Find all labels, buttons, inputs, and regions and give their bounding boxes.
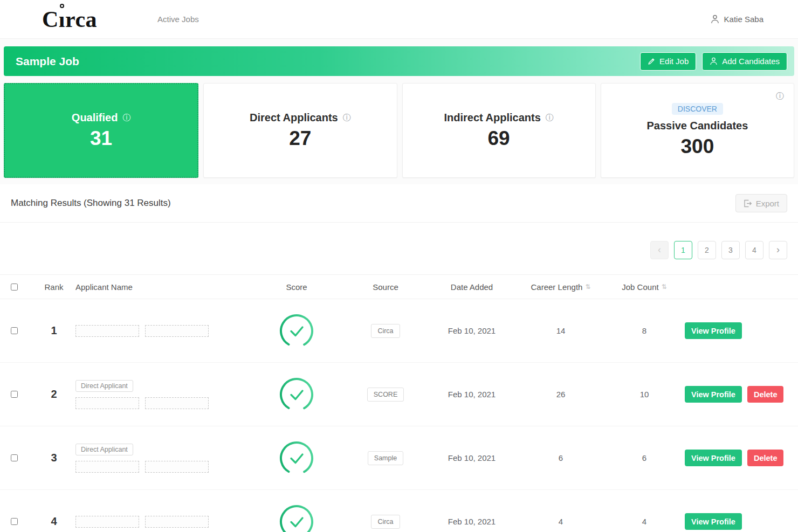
redacted-last-name-box	[145, 325, 209, 337]
redacted-first-name-box	[75, 397, 139, 409]
sort-icon[interactable]: ⇅	[662, 283, 667, 291]
date-added-value: Feb 10, 2021	[426, 326, 518, 335]
top-bar: Cırca Active Jobs Katie Saba	[0, 0, 798, 39]
pagination-page-3[interactable]: 3	[721, 241, 740, 259]
pagination-pages: 1234	[674, 241, 763, 259]
pagination-next-button[interactable]: ›	[769, 241, 787, 259]
redacted-name	[75, 461, 209, 473]
career-length-value: 4	[518, 517, 604, 526]
info-icon[interactable]: ⓘ	[343, 113, 351, 123]
score-cell	[248, 377, 345, 412]
redacted-first-name-box	[75, 325, 139, 337]
column-rank: Rank	[32, 282, 75, 292]
applicant-name-cell: Direct Applicant	[75, 444, 248, 473]
redacted-name	[75, 397, 209, 409]
source-tag: Circa	[371, 515, 400, 529]
add-candidates-button[interactable]: Add Candidates	[702, 52, 787, 71]
direct-applicant-tag: Direct Applicant	[75, 444, 133, 455]
column-date-added: Date Added	[426, 282, 518, 292]
edit-job-button[interactable]: Edit Job	[640, 52, 696, 71]
redacted-last-name-box	[145, 397, 209, 409]
score-cell	[248, 313, 345, 349]
row-actions: View Profile	[685, 322, 789, 339]
circa-logo[interactable]: Cırca	[42, 8, 97, 31]
view-profile-button[interactable]: View Profile	[685, 322, 742, 339]
row-actions: View Profile Delete	[685, 450, 789, 466]
info-icon[interactable]: ⓘ	[546, 113, 554, 123]
view-profile-button[interactable]: View Profile	[685, 513, 742, 530]
redacted-last-name-box	[145, 516, 209, 528]
edit-job-label: Edit Job	[659, 57, 689, 66]
redacted-name	[75, 516, 209, 528]
score-cell	[248, 504, 345, 532]
export-button[interactable]: Export	[735, 194, 787, 212]
pagination-page-4[interactable]: 4	[745, 241, 763, 259]
score-gauge-icon	[279, 313, 314, 349]
stat-card-direct-applicants[interactable]: Direct Applicantsⓘ 27	[203, 83, 397, 178]
stat-card-indirect-applicants[interactable]: Indirect Applicantsⓘ 69	[402, 83, 596, 178]
indirect-applicants-value: 69	[488, 127, 510, 150]
results-header: Matching Results (Showing 31 Results) Ex…	[0, 184, 798, 223]
job-title: Sample Job	[16, 55, 79, 68]
pagination-page-1[interactable]: 1	[674, 241, 692, 259]
table-row: 4 Circa Feb 10, 2021 4 4	[0, 490, 798, 532]
career-length-value: 14	[518, 326, 604, 335]
score-gauge-icon	[279, 440, 314, 476]
redacted-first-name-box	[75, 516, 139, 528]
passive-candidates-label: Passive Candidates	[646, 120, 748, 132]
user-name: Katie Saba	[724, 15, 763, 24]
table-row: 3 Direct Applicant Sample Feb 10, 20	[0, 426, 798, 490]
date-added-value: Feb 10, 2021	[426, 453, 518, 462]
table-body: 1 Circa Feb 10, 2021 14 8	[0, 299, 798, 532]
job-count-value: 6	[604, 453, 685, 462]
score-cell	[248, 440, 345, 476]
row-checkbox[interactable]	[11, 518, 18, 525]
applicant-name-cell	[75, 516, 248, 528]
delete-button[interactable]: Delete	[747, 386, 784, 403]
logo-letter-c: C	[42, 8, 59, 31]
export-label: Export	[756, 199, 779, 208]
column-job-count[interactable]: Job Count⇅	[604, 282, 685, 292]
results-title: Matching Results (Showing 31 Results)	[11, 198, 171, 209]
row-checkbox[interactable]	[11, 454, 18, 461]
direct-applicant-tag: Direct Applicant	[75, 380, 133, 392]
applicant-name-cell: Direct Applicant	[75, 380, 248, 409]
direct-applicants-label: Direct Applicants	[250, 112, 338, 124]
job-count-value: 10	[604, 390, 685, 399]
view-profile-button[interactable]: View Profile	[685, 450, 742, 466]
column-applicant-name: Applicant Name	[75, 282, 248, 292]
row-actions: View Profile	[685, 513, 789, 530]
info-icon[interactable]: ⓘ	[122, 113, 130, 123]
table-header: Rank Applicant Name Score Source Date Ad…	[0, 274, 798, 299]
stat-card-qualified[interactable]: Qualifiedⓘ 31	[4, 83, 198, 178]
redacted-first-name-box	[75, 461, 139, 473]
stat-card-passive-candidates[interactable]: ⓘ DISCOVER Passive Candidates 300	[601, 83, 794, 178]
date-added-value: Feb 10, 2021	[426, 390, 518, 399]
job-count-value: 8	[604, 326, 685, 335]
view-profile-button[interactable]: View Profile	[685, 386, 742, 403]
user-menu[interactable]: Katie Saba	[711, 15, 763, 24]
qualified-label: Qualified	[72, 112, 118, 124]
pencil-icon	[648, 58, 655, 65]
passive-candidates-value: 300	[681, 135, 714, 158]
delete-button[interactable]: Delete	[747, 450, 784, 466]
score-gauge-icon	[279, 377, 314, 412]
rank-value: 3	[32, 452, 75, 464]
job-banner: Sample Job Edit Job Add Candidates	[4, 46, 794, 76]
nav-active-jobs[interactable]: Active Jobs	[157, 15, 199, 24]
pagination-prev-button[interactable]: ‹	[650, 241, 669, 259]
sort-icon[interactable]: ⇅	[585, 283, 590, 291]
column-career-length[interactable]: Career Length⇅	[518, 282, 604, 292]
pagination-page-2[interactable]: 2	[698, 241, 716, 259]
qualified-value: 31	[90, 127, 112, 150]
row-checkbox[interactable]	[11, 327, 18, 334]
logo-ring-icon	[60, 4, 64, 8]
rank-value: 1	[32, 324, 75, 337]
date-added-value: Feb 10, 2021	[426, 517, 518, 526]
pagination: ‹ 1234 ›	[0, 223, 798, 274]
row-actions: View Profile Delete	[685, 386, 789, 403]
select-all-checkbox[interactable]	[11, 284, 18, 291]
info-icon[interactable]: ⓘ	[776, 91, 784, 101]
career-length-value: 26	[518, 390, 604, 399]
row-checkbox[interactable]	[11, 391, 18, 398]
